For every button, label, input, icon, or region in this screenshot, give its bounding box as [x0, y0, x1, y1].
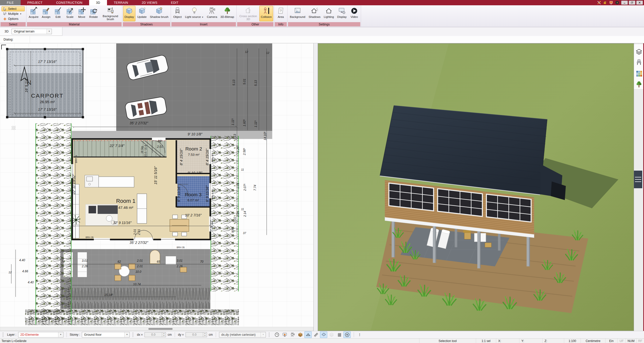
grid-toggle[interactable]	[336, 331, 343, 338]
tab-terrain[interactable]: TERRAIN	[107, 0, 135, 5]
tab-edit[interactable]: EDIT	[164, 0, 185, 5]
object-button[interactable]: Object	[172, 6, 183, 21]
overflow-menu[interactable]: ⋮	[358, 333, 361, 336]
dropdown-caret-icon: ▼	[20, 13, 22, 15]
rotate-button[interactable]: Rotate	[88, 6, 99, 21]
winmin-icon	[623, 1, 626, 4]
dy-label: dy =	[178, 333, 184, 336]
move-button[interactable]: Move	[76, 6, 88, 21]
background-brush-button[interactable]: Background brush	[100, 6, 121, 21]
collision-button[interactable]: Collision	[259, 6, 273, 21]
tab-2d-views[interactable]: 2D VIEWS	[135, 0, 164, 5]
kitchen-island[interactable]	[85, 175, 134, 187]
chevron-down-icon[interactable]: ▼	[47, 29, 52, 34]
options-button[interactable]: Options	[2, 16, 25, 21]
render-3d[interactable]	[318, 44, 634, 331]
select-button[interactable]: Select	[2, 6, 25, 11]
tab-file[interactable]: FILE	[0, 0, 21, 5]
dimension-label: 9' 10 1/8"	[188, 132, 202, 136]
panel-handle[interactable]	[634, 171, 642, 188]
dimension-label: 2.26	[236, 146, 240, 153]
window-bank[interactable]	[438, 189, 482, 216]
shadows-button[interactable]: Shadows	[307, 6, 322, 21]
scale-button[interactable]: Scale	[64, 6, 76, 21]
camera-tool[interactable]	[289, 331, 296, 338]
video-button[interactable]: Video	[348, 6, 360, 21]
status-cell-uf: UF	[617, 338, 626, 343]
rotate-icon	[90, 7, 98, 15]
furniture-catalog-button[interactable]	[635, 59, 643, 66]
layer-combo[interactable]: 2D-Elemente ▼	[18, 332, 63, 337]
materials-catalog-button[interactable]	[635, 70, 643, 77]
plants-catalog-button[interactable]	[635, 81, 643, 88]
toolbar-grip[interactable]	[3, 332, 4, 337]
roof-view-toggle[interactable]	[304, 331, 312, 338]
status-cell-x-: X:	[496, 338, 519, 343]
chevron-down-icon[interactable]: ▼	[124, 332, 129, 337]
tab-construction[interactable]: CONSTRUCTION	[49, 0, 89, 5]
view-bar: 3D Original terrain ▼	[0, 27, 644, 36]
display-settings-button[interactable]	[609, 1, 613, 5]
shadow-brush-button[interactable]: Shadow brush	[148, 6, 170, 21]
clock-tool[interactable]	[273, 331, 280, 338]
toolbar-grip[interactable]	[269, 332, 270, 337]
chevron-down-icon: ▼	[261, 332, 266, 337]
update-button[interactable]: Update	[136, 6, 148, 21]
dy-stepper[interactable]: ▲▼	[203, 332, 207, 337]
dx-stepper[interactable]: ▲▼	[162, 332, 166, 337]
dimension-label: 90⁵	[231, 228, 235, 233]
texture-tool[interactable]	[297, 331, 304, 338]
plan-2d-viewport[interactable]: N	[0, 43, 314, 331]
ribbon-group-other: Cross section 3DCollisionOther	[237, 5, 274, 27]
display-button[interactable]: Display	[336, 6, 348, 21]
close-button[interactable]	[636, 1, 643, 5]
layers-panel-button[interactable]	[635, 48, 643, 56]
ribbon-group-material: AcquireAssignEditScaleMoveRotateBackgrou…	[26, 5, 122, 27]
dx-input[interactable]: 0.0 ▲▼	[145, 332, 166, 337]
screen-capture-tool[interactable]	[281, 331, 288, 338]
dimension-label: 2.56⁵	[243, 148, 246, 155]
pane-divider[interactable]	[314, 43, 318, 331]
dimension-label: 5.01	[243, 79, 246, 85]
room2-title: Room 2	[185, 146, 202, 151]
terrain-combo[interactable]: Original terrain ▼	[12, 29, 52, 34]
stack-icon	[329, 332, 334, 337]
tools-button[interactable]	[597, 1, 601, 5]
toolbar-grip[interactable]	[133, 332, 134, 337]
assign-button[interactable]: Assign	[40, 6, 52, 21]
lighting-button[interactable]: Lighting	[322, 6, 335, 21]
coord-mode-combo[interactable]: dx,dy (relative cartesian) ▼	[219, 332, 266, 337]
help-button[interactable]: ?	[615, 1, 619, 5]
plan-hscrollbar[interactable]	[0, 327, 313, 331]
view-3d-viewport[interactable]	[318, 43, 634, 331]
window-bank[interactable]	[389, 183, 434, 211]
multiple-button[interactable]: Multiple▼	[2, 11, 25, 16]
restore-button[interactable]	[629, 1, 635, 5]
camera-button[interactable]: Camera	[205, 6, 219, 21]
background-button[interactable]: Background	[288, 6, 307, 21]
coord-mode-value: dx,dy (relative cartesian)	[219, 333, 258, 336]
dimension-label: 4.40	[19, 258, 25, 262]
storey-combo[interactable]: Ground floor ▼	[82, 332, 130, 337]
3d-bitmap-button[interactable]: 3D-Bitmap	[219, 6, 236, 21]
display-button[interactable]: Display	[123, 6, 136, 21]
chevron-down-icon[interactable]: ▼	[58, 332, 63, 337]
package-button[interactable]	[603, 1, 607, 5]
light-source-button[interactable]: Light source ▼	[184, 6, 205, 21]
area-button[interactable]: ?Area	[275, 6, 287, 21]
minimize-button[interactable]	[621, 1, 628, 5]
acquire-button[interactable]: Acquire	[27, 6, 40, 21]
floor-plan[interactable]: N	[0, 43, 313, 331]
dy-input[interactable]: 0.0 ▲▼	[186, 332, 207, 337]
dimension-label: 74	[61, 260, 65, 263]
group-label-settings: Settings	[288, 22, 360, 26]
north-toggle[interactable]: N	[343, 331, 351, 338]
tab-3d[interactable]: 3D	[89, 0, 107, 5]
tab-project[interactable]: PROJECT	[21, 0, 49, 5]
roads-toggle[interactable]	[312, 331, 319, 338]
tile-view-toggle[interactable]	[320, 331, 327, 338]
window-bank[interactable]	[486, 194, 531, 222]
terrace-area[interactable]	[60, 249, 210, 309]
edit-button[interactable]: Edit	[52, 6, 64, 21]
scrollbar-thumb[interactable]	[149, 328, 173, 330]
